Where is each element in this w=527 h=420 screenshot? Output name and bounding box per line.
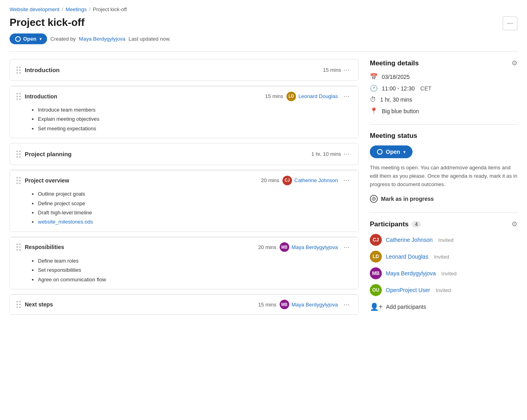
- participants-title: Participants: [370, 220, 409, 228]
- open-chevron-icon: ▾: [39, 37, 41, 41]
- participants-gear-button[interactable]: ⚙: [511, 220, 517, 228]
- meeting-location-row: 📍 Big blue button: [370, 107, 517, 115]
- created-by-text: Created by: [50, 36, 76, 42]
- meta-row: Open ▾ Created by Maya Berdygylyjova Las…: [10, 33, 517, 44]
- intro-item-row: Introduction 15 mins LD Leonard Douglas …: [16, 91, 352, 101]
- breadcrumb-current: Project kick-off: [93, 6, 127, 12]
- sidebar: Meeting details ⚙ 📅 03/18/2025 🕐 11:00 -…: [370, 59, 517, 322]
- svg-marker-1: [373, 198, 375, 200]
- meeting-status-description: This meeting is open. You can add/remove…: [370, 164, 517, 188]
- responsibilities-duration: 20 mins: [258, 244, 276, 250]
- participant-name-mb[interactable]: Maya Berdygylyjova: [386, 270, 436, 277]
- clock-icon: 🕐: [370, 84, 378, 92]
- intro-item: Introduction 15 mins LD Leonard Douglas …: [10, 86, 358, 138]
- drag-handle-planning[interactable]: [16, 151, 21, 158]
- overview-link[interactable]: website_milestones.ods: [38, 217, 352, 226]
- overview-bullet-1: Outline project goals: [38, 189, 352, 198]
- page-header: Project kick-off ···: [10, 16, 517, 30]
- add-participants-icon: 👤+: [370, 302, 383, 311]
- meeting-location: Big blue button: [382, 108, 419, 114]
- responsibilities-more-button[interactable]: ···: [341, 242, 352, 252]
- intro-item-more-button[interactable]: ···: [341, 91, 352, 101]
- breadcrumb-sep-2: /: [89, 6, 91, 12]
- participant-status-ou: Invited: [436, 287, 451, 293]
- participants-title-group: Participants 4: [370, 220, 421, 228]
- timer-icon: ⏱: [370, 96, 376, 103]
- drag-handle-overview[interactable]: [16, 177, 21, 184]
- intro-item-assignee[interactable]: LD Leonard Douglas: [286, 92, 338, 101]
- ld-avatar-lg: LD: [370, 251, 382, 263]
- page-more-button[interactable]: ···: [503, 16, 517, 30]
- open-status-button[interactable]: Open ▾: [10, 33, 47, 44]
- meeting-details-title: Meeting details: [370, 59, 419, 67]
- participant-status-cj: Invited: [438, 237, 454, 243]
- intro-section-title: Introduction: [25, 67, 320, 73]
- breadcrumb-website-dev[interactable]: Website development: [10, 6, 59, 12]
- responsibilities-meta: 20 mins MB Maya Berdygylyjova ···: [258, 242, 352, 252]
- page-title: Project kick-off: [10, 16, 85, 29]
- next-steps-assignee[interactable]: MB Maya Berdygylyjova: [280, 300, 338, 309]
- responsibilities-assignee-name: Maya Berdygylyjova: [292, 244, 338, 250]
- participant-name-cj[interactable]: Catherine Johnson: [386, 237, 433, 243]
- next-steps-more-button[interactable]: ···: [341, 300, 352, 310]
- mb-avatar-resp: MB: [280, 242, 289, 252]
- project-overview-more-button[interactable]: ···: [341, 175, 352, 185]
- intro-detail-section: Introduction 15 mins LD Leonard Douglas …: [10, 86, 359, 138]
- meeting-details-gear-button[interactable]: ⚙: [511, 59, 517, 67]
- planning-section-header-row: Project planning 1 hr, 10 mins ···: [10, 143, 358, 165]
- intro-section-header-row: Introduction 15 mins ···: [10, 59, 358, 80]
- add-participants-button[interactable]: 👤+ Add participants: [370, 301, 426, 313]
- resp-bullet-1: Define team roles: [38, 256, 352, 265]
- next-steps-item: Next steps 15 mins MB Maya Berdygylyjova…: [10, 294, 358, 314]
- breadcrumb-sep-1: /: [62, 6, 63, 12]
- intro-bullet-2: Explain meeting objectives: [38, 114, 352, 124]
- planning-section-duration: 1 hr, 10 mins: [312, 151, 341, 157]
- overview-bullet-3: Draft high-level timeline: [38, 208, 352, 217]
- main-layout: Introduction 15 mins ··· Introduction 15…: [10, 59, 517, 322]
- milestones-link[interactable]: website_milestones.ods: [38, 219, 93, 225]
- cj-avatar: CJ: [282, 176, 292, 185]
- next-steps-item-row: Next steps 15 mins MB Maya Berdygylyjova…: [16, 300, 352, 310]
- intro-item-meta: 15 mins LD Leonard Douglas ···: [265, 91, 352, 101]
- overview-bullet-2: Define project scope: [38, 199, 352, 208]
- project-overview-duration: 20 mins: [261, 177, 279, 183]
- participant-name-ld[interactable]: Leonard Douglas: [386, 253, 428, 260]
- project-overview-assignee[interactable]: CJ Catherine Johnson: [282, 176, 338, 185]
- participant-row-ld: LD Leonard Douglas Invited: [370, 251, 517, 263]
- intro-item-title: Introduction: [25, 93, 265, 100]
- intro-item-duration: 15 mins: [265, 93, 283, 99]
- mark-as-progress-button[interactable]: Mark as in progress: [370, 195, 434, 203]
- mb-avatar-lg: MB: [370, 267, 382, 279]
- planning-section-more-button[interactable]: ···: [341, 149, 352, 159]
- meeting-duration: 1 hr, 30 mins: [380, 96, 412, 103]
- meeting-status-open-button[interactable]: Open ▾: [370, 145, 413, 158]
- planning-section-title: Project planning: [25, 151, 308, 157]
- planning-section-header: Project planning 1 hr, 10 mins ···: [10, 143, 359, 165]
- responsibilities-item-row: Resposibilities 20 mins MB Maya Berdygyl…: [16, 242, 352, 252]
- cj-avatar-lg: CJ: [370, 234, 382, 246]
- resp-bullet-2: Set responsibilities: [38, 265, 352, 275]
- next-steps-title: Next steps: [25, 301, 258, 308]
- sidebar-divider-2: [370, 212, 517, 213]
- meeting-date-row: 📅 03/18/2025: [370, 73, 517, 80]
- drag-handle-intro[interactable]: [16, 67, 21, 74]
- meeting-time-row: 🕐 11:00 - 12:30 CET: [370, 84, 517, 92]
- meeting-status-title: Meeting status: [370, 132, 417, 140]
- drag-handle-resp[interactable]: [16, 243, 21, 251]
- drag-handle-next[interactable]: [16, 301, 21, 308]
- participants-count: 4: [412, 221, 421, 228]
- breadcrumb-meetings[interactable]: Meetings: [65, 6, 87, 12]
- meeting-status-header: Meeting status: [370, 132, 517, 140]
- last-updated-text: Last updated now.: [128, 36, 171, 42]
- participant-status-mb: Invited: [441, 271, 456, 277]
- project-overview-bullets: Outline project goals Define project sco…: [31, 189, 352, 227]
- author-link[interactable]: Maya Berdygylyjova: [79, 36, 125, 42]
- project-overview-meta: 20 mins CJ Catherine Johnson ···: [261, 175, 352, 185]
- drag-handle-intro-detail[interactable]: [16, 93, 21, 100]
- project-overview-title: Project overview: [25, 177, 261, 184]
- intro-section-more-button[interactable]: ···: [341, 65, 352, 75]
- responsibilities-assignee[interactable]: MB Maya Berdygylyjova: [280, 242, 338, 252]
- next-steps-section: Next steps 15 mins MB Maya Berdygylyjova…: [10, 294, 359, 315]
- participant-name-ou[interactable]: OpenProject User: [386, 287, 430, 293]
- next-steps-assignee-name: Maya Berdygylyjova: [292, 302, 338, 308]
